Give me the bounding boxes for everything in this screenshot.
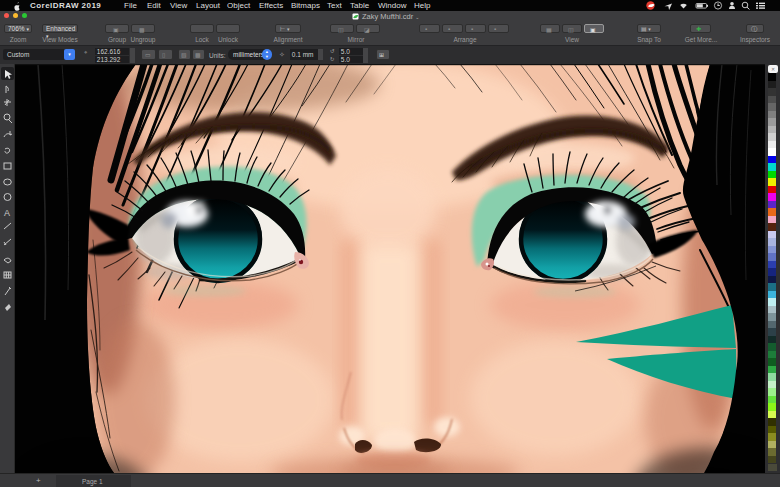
svg-text:A: A: [4, 208, 10, 218]
